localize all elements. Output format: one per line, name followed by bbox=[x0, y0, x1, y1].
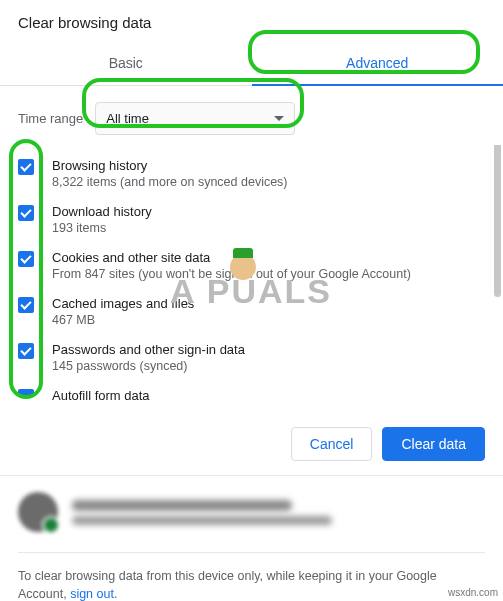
avatar bbox=[18, 492, 58, 532]
sign-out-link[interactable]: sign out bbox=[70, 587, 114, 601]
list-item: Cookies and other site data From 847 sit… bbox=[0, 243, 503, 289]
item-title: Cookies and other site data bbox=[52, 249, 485, 266]
account-name-blurred bbox=[72, 500, 292, 511]
item-title: Autofill form data bbox=[52, 387, 485, 404]
account-row bbox=[0, 476, 503, 548]
item-title: Browsing history bbox=[52, 157, 485, 174]
item-title: Cached images and files bbox=[52, 295, 485, 312]
scrollbar[interactable] bbox=[494, 145, 501, 297]
item-desc: From 847 sites (you won't be signed out … bbox=[52, 266, 485, 283]
item-desc: 145 passwords (synced) bbox=[52, 358, 485, 375]
dialog-title: Clear browsing data bbox=[0, 0, 503, 41]
item-text: Cached images and files 467 MB bbox=[52, 295, 485, 329]
clear-data-button[interactable]: Clear data bbox=[382, 427, 485, 461]
item-text: Autofill form data bbox=[52, 387, 485, 404]
chevron-down-icon bbox=[274, 116, 284, 121]
watermark-site: wsxdn.com bbox=[448, 587, 498, 598]
checkbox-passwords[interactable] bbox=[18, 343, 34, 359]
time-range-select[interactable]: All time bbox=[95, 102, 295, 135]
checkbox-autofill[interactable] bbox=[18, 389, 34, 395]
options-list: Browsing history 8,322 items (and more o… bbox=[0, 145, 503, 413]
time-range-row: Time range All time bbox=[0, 86, 503, 145]
tab-basic[interactable]: Basic bbox=[0, 41, 252, 85]
time-range-value: All time bbox=[106, 111, 149, 126]
cancel-button[interactable]: Cancel bbox=[291, 427, 373, 461]
tab-advanced[interactable]: Advanced bbox=[252, 41, 504, 85]
list-item: Download history 193 items bbox=[0, 197, 503, 243]
account-text bbox=[72, 500, 332, 525]
item-title: Download history bbox=[52, 203, 485, 220]
item-desc: 467 MB bbox=[52, 312, 485, 329]
footer-text: To clear browsing data from this device … bbox=[18, 552, 485, 601]
list-item: Autofill form data bbox=[0, 381, 503, 410]
list-item: Browsing history 8,322 items (and more o… bbox=[0, 151, 503, 197]
list-item: Cached images and files 467 MB bbox=[0, 289, 503, 335]
item-text: Download history 193 items bbox=[52, 203, 485, 237]
tabs: Basic Advanced bbox=[0, 41, 503, 86]
item-text: Passwords and other sign-in data 145 pas… bbox=[52, 341, 485, 375]
checkbox-browsing-history[interactable] bbox=[18, 159, 34, 175]
account-email-blurred bbox=[72, 516, 332, 525]
list-item: Passwords and other sign-in data 145 pas… bbox=[0, 335, 503, 381]
item-text: Cookies and other site data From 847 sit… bbox=[52, 249, 485, 283]
item-desc: 193 items bbox=[52, 220, 485, 237]
checkbox-cookies[interactable] bbox=[18, 251, 34, 267]
item-text: Browsing history 8,322 items (and more o… bbox=[52, 157, 485, 191]
item-desc: 8,322 items (and more on synced devices) bbox=[52, 174, 485, 191]
item-title: Passwords and other sign-in data bbox=[52, 341, 485, 358]
checkbox-cached[interactable] bbox=[18, 297, 34, 313]
time-range-label: Time range bbox=[18, 111, 83, 126]
button-row: Cancel Clear data bbox=[0, 413, 503, 476]
checkbox-download-history[interactable] bbox=[18, 205, 34, 221]
